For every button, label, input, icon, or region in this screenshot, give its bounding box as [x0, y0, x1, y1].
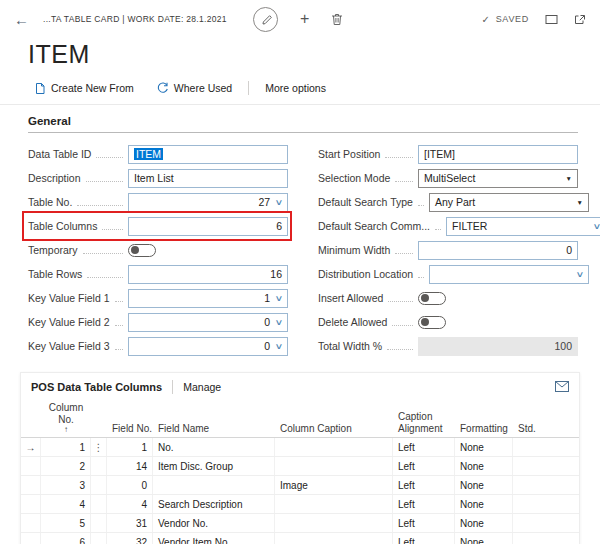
open-in-new-window-button[interactable]	[574, 14, 586, 25]
cell-column-caption[interactable]	[275, 495, 393, 513]
chevron-down-icon[interactable]: ∨	[275, 342, 284, 351]
cell-field-name[interactable]: No.	[153, 438, 275, 456]
cell-caption-alignment[interactable]: Left	[393, 476, 455, 494]
cell-column-no[interactable]: 1	[41, 438, 91, 456]
column-header-caption-alignment[interactable]: Caption Alignment	[393, 411, 455, 434]
column-header-field-no[interactable]: Field No.	[107, 423, 153, 435]
cell-std[interactable]	[513, 533, 579, 544]
general-section-header[interactable]: General	[28, 105, 578, 133]
cell-column-caption[interactable]	[275, 457, 393, 475]
cell-field-name[interactable]: Item Disc. Group	[153, 457, 275, 475]
cell-caption-alignment[interactable]: Left	[393, 533, 455, 544]
cell-field-name[interactable]: Vendor No.	[153, 514, 275, 532]
field-label: Default Search Type	[318, 196, 413, 208]
cell-field-name[interactable]: Vendor Item No.	[153, 533, 275, 544]
table-row[interactable]: 4 4 Search Description Left None	[21, 495, 579, 514]
cell-field-name[interactable]	[153, 476, 275, 494]
cell-column-no[interactable]: 2	[41, 457, 91, 475]
cell-std[interactable]	[513, 457, 579, 475]
cell-caption-alignment[interactable]: Left	[393, 514, 455, 532]
key-value-field-1-input[interactable]: 1 ∨	[128, 289, 288, 308]
field-default-search-type: Default Search Type Any Part ▼	[318, 190, 578, 214]
start-position-input[interactable]: [ITEM]	[418, 145, 578, 164]
cell-std[interactable]	[513, 476, 579, 494]
where-used-button[interactable]: Where Used	[150, 80, 238, 96]
chevron-down-icon[interactable]: ∨	[275, 294, 284, 303]
cell-field-no[interactable]: 14	[107, 457, 153, 475]
cell-column-caption[interactable]: Image	[275, 476, 393, 494]
cell-std[interactable]	[513, 495, 579, 513]
new-button[interactable]: +	[300, 11, 309, 27]
open-in-excel-button[interactable]	[555, 381, 569, 392]
distribution-location-input[interactable]: ∨	[429, 265, 589, 284]
edit-button[interactable]	[253, 7, 278, 32]
create-new-from-label: Create New From	[51, 82, 134, 94]
delete-button[interactable]	[331, 13, 343, 26]
cell-std[interactable]	[513, 438, 579, 456]
focus-mode-button[interactable]	[545, 14, 558, 25]
field-label: Description	[28, 172, 81, 184]
chevron-down-icon[interactable]: ∨	[576, 270, 585, 279]
cell-field-no[interactable]: 0	[107, 476, 153, 494]
back-button[interactable]: ←	[14, 12, 29, 27]
chevron-down-icon[interactable]: ∨	[593, 222, 600, 231]
selection-mode-select[interactable]: MultiSelect ▼	[418, 169, 578, 188]
table-row[interactable]: → 1 ⋮ 1 No. Left None	[21, 438, 579, 457]
table-rows-input[interactable]: 16	[128, 265, 288, 284]
cell-field-no[interactable]: 32	[107, 533, 153, 544]
cell-field-no[interactable]: 31	[107, 514, 153, 532]
row-options-button[interactable]: ⋮	[91, 438, 107, 456]
column-header-formatting[interactable]: Formatting	[455, 423, 513, 435]
breadcrumb[interactable]: ...TA TABLE CARD | WORK DATE: 28.1.2021	[43, 14, 227, 24]
cell-field-name[interactable]: Search Description	[153, 495, 275, 513]
cell-formatting[interactable]: None	[455, 533, 513, 544]
data-table-id-input[interactable]: ITEM	[128, 145, 288, 164]
cell-formatting[interactable]: None	[455, 457, 513, 475]
cell-caption-alignment[interactable]: Left	[393, 438, 455, 456]
table-row[interactable]: 2 14 Item Disc. Group Left None	[21, 457, 579, 476]
cell-formatting[interactable]: None	[455, 438, 513, 456]
part-title[interactable]: POS Data Table Columns	[31, 381, 172, 393]
table-row[interactable]: 5 31 Vendor No. Left None	[21, 514, 579, 533]
table-no-input[interactable]: 27 ∨	[128, 193, 288, 212]
cell-caption-alignment[interactable]: Left	[393, 495, 455, 513]
more-options-button[interactable]: More options	[259, 80, 332, 96]
delete-allowed-toggle[interactable]	[418, 316, 446, 329]
column-header-std[interactable]: Std.	[513, 423, 579, 435]
cell-std[interactable]	[513, 514, 579, 532]
cell-column-caption[interactable]	[275, 438, 393, 456]
cell-field-no[interactable]: 1	[107, 438, 153, 456]
default-search-command-input[interactable]: FILTER ∨	[446, 217, 600, 236]
key-value-field-2-input[interactable]: 0 ∨	[128, 313, 288, 332]
field-minimum-width: Minimum Width 0	[318, 238, 578, 262]
cell-column-caption[interactable]	[275, 533, 393, 544]
default-search-type-select[interactable]: Any Part ▼	[429, 193, 589, 212]
cell-field-no[interactable]: 4	[107, 495, 153, 513]
cell-formatting[interactable]: None	[455, 495, 513, 513]
cell-formatting[interactable]: None	[455, 476, 513, 494]
temporary-toggle[interactable]	[128, 244, 156, 257]
table-columns-input[interactable]: 6	[128, 217, 288, 236]
description-input[interactable]: Item List	[128, 169, 288, 188]
table-row[interactable]: 3 0 Image Left None	[21, 476, 579, 495]
chevron-down-icon[interactable]: ∨	[275, 198, 284, 207]
field-label: Key Value Field 2	[28, 316, 110, 328]
cell-column-no[interactable]: 4	[41, 495, 91, 513]
minimum-width-input[interactable]: 0	[418, 241, 578, 260]
column-header-column-no[interactable]: Column No. ↑	[41, 402, 91, 434]
more-options-label: More options	[265, 82, 326, 94]
cell-formatting[interactable]: None	[455, 514, 513, 532]
create-new-from-button[interactable]: Create New From	[28, 80, 140, 97]
cell-column-no[interactable]: 5	[41, 514, 91, 532]
column-header-field-name[interactable]: Field Name	[153, 423, 275, 435]
manage-menu[interactable]: Manage	[173, 381, 231, 393]
cell-column-caption[interactable]	[275, 514, 393, 532]
cell-caption-alignment[interactable]: Left	[393, 457, 455, 475]
cell-column-no[interactable]: 6	[41, 533, 91, 544]
cell-column-no[interactable]: 3	[41, 476, 91, 494]
column-header-column-caption[interactable]: Column Caption	[275, 423, 393, 435]
table-row[interactable]: 6 32 Vendor Item No. Left None	[21, 533, 579, 544]
key-value-field-3-input[interactable]: 0 ∨	[128, 337, 288, 356]
chevron-down-icon[interactable]: ∨	[275, 318, 284, 327]
insert-allowed-toggle[interactable]	[418, 292, 446, 305]
